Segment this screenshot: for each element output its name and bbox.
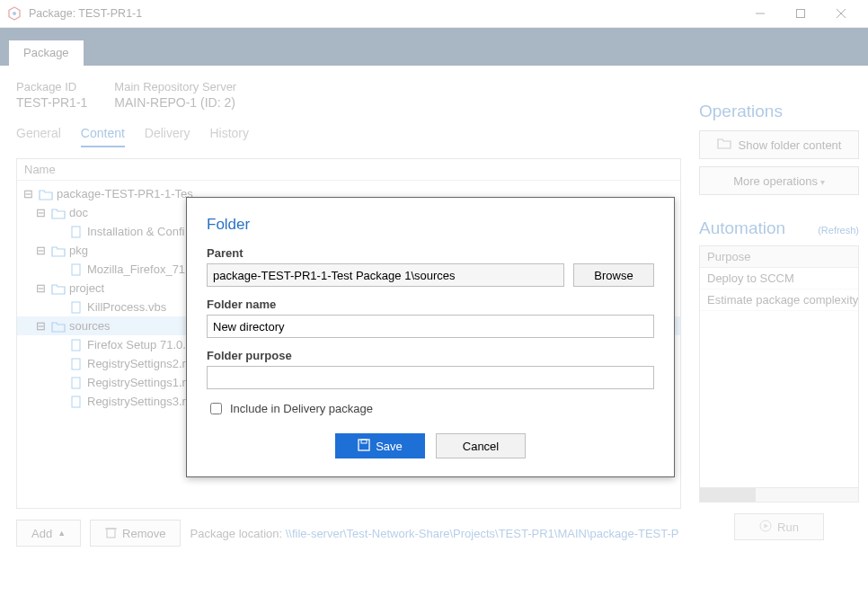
folder-name-label: Folder name [207, 298, 654, 311]
folder-purpose-label: Folder purpose [207, 349, 654, 362]
parent-input[interactable] [207, 263, 564, 287]
save-label: Save [376, 440, 403, 453]
save-button[interactable]: Save [335, 433, 425, 458]
parent-label: Parent [207, 246, 654, 260]
folder-modal: Folder Parent Browse Folder name Folder … [186, 197, 675, 477]
include-delivery-label: Include in Delivery package [230, 402, 373, 415]
modal-title: Folder [207, 216, 654, 234]
cancel-button[interactable]: Cancel [436, 433, 526, 458]
browse-button[interactable]: Browse [573, 263, 654, 287]
folder-purpose-select[interactable] [207, 366, 654, 389]
include-delivery-checkbox[interactable] [210, 403, 222, 414]
svg-rect-17 [359, 440, 369, 450]
save-icon [358, 439, 370, 454]
folder-name-input[interactable] [207, 315, 654, 338]
